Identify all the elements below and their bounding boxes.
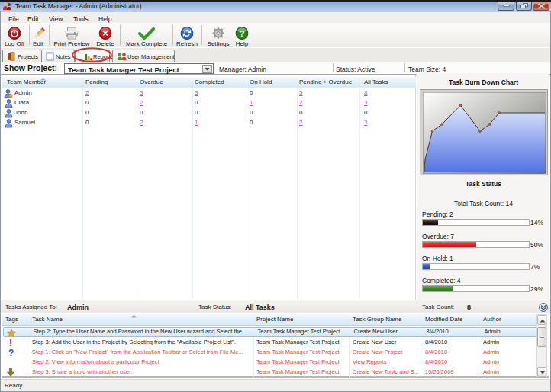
svg-text:?: ? (239, 29, 244, 38)
